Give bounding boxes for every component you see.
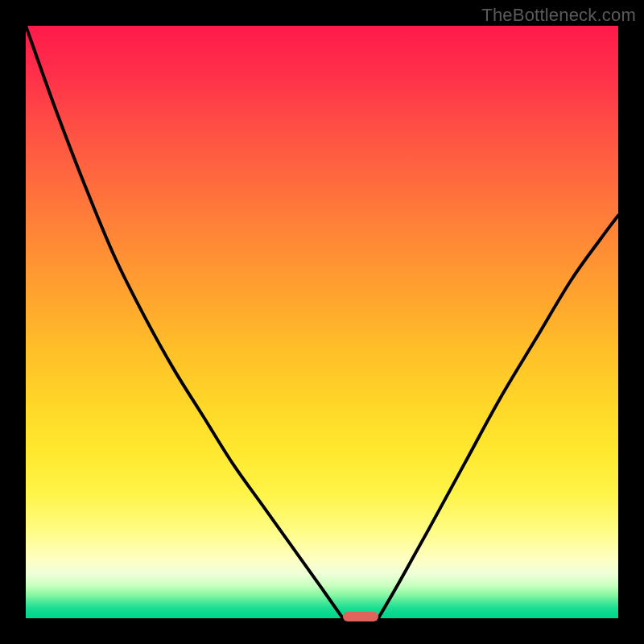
trough-marker <box>343 612 378 621</box>
curve-right-branch <box>378 216 618 618</box>
chart-frame: TheBottleneck.com <box>0 0 644 644</box>
plot-area <box>26 26 618 618</box>
watermark-text: TheBottleneck.com <box>481 5 636 26</box>
bottleneck-curve <box>26 26 618 618</box>
curve-left-branch <box>26 26 343 618</box>
